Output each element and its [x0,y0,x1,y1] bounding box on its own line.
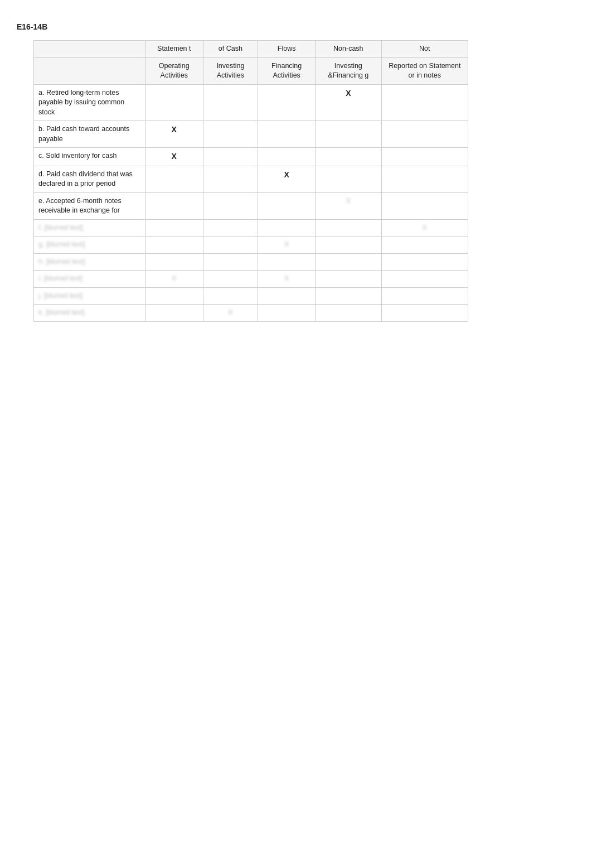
table-row: c. Sold inventory for cashX [34,148,468,166]
col1-header1: Statemen t [145,41,203,58]
table-row: g. [blurred text]X [34,237,468,254]
table-row: b. Paid cash toward accounts payableX [34,121,468,148]
col1-header2: Operating Activities [145,57,203,84]
table-row: a. Retired long-term notes payable by is… [34,84,468,121]
table-row: e. Accepted 6-month notes receivable in … [34,192,468,219]
col-desc-header [34,41,145,58]
table-row: d. Paid cash dividend that was declared … [34,166,468,192]
table-row: f. [blurred text]X [34,219,468,237]
header-row-2: Operating Activities Investing Activitie… [34,57,468,84]
col5-header1: Not [381,41,468,58]
col3-header2: Financing Activities [258,57,316,84]
col4-header2: Investing &Financing g [316,57,381,84]
col3-header1: Flows [258,41,316,58]
col2-header2: Investing Activities [203,57,258,84]
table-row: h. [blurred text] [34,253,468,271]
classification-table: Statemen t of Cash Flows Non-cash Not Op… [33,40,468,322]
table-row: k. [blurred text]X [34,305,468,322]
col5-header2: Reported on Statement or in notes [381,57,468,84]
page-id: E16-14B [17,22,575,31]
table-row: i. [blurred text]XX [34,271,468,288]
header-row-1: Statemen t of Cash Flows Non-cash Not [34,41,468,58]
col4-header1: Non-cash [316,41,381,58]
col2-header1: of Cash [203,41,258,58]
col-desc-header2 [34,57,145,84]
table-row: j. [blurred text] [34,287,468,305]
